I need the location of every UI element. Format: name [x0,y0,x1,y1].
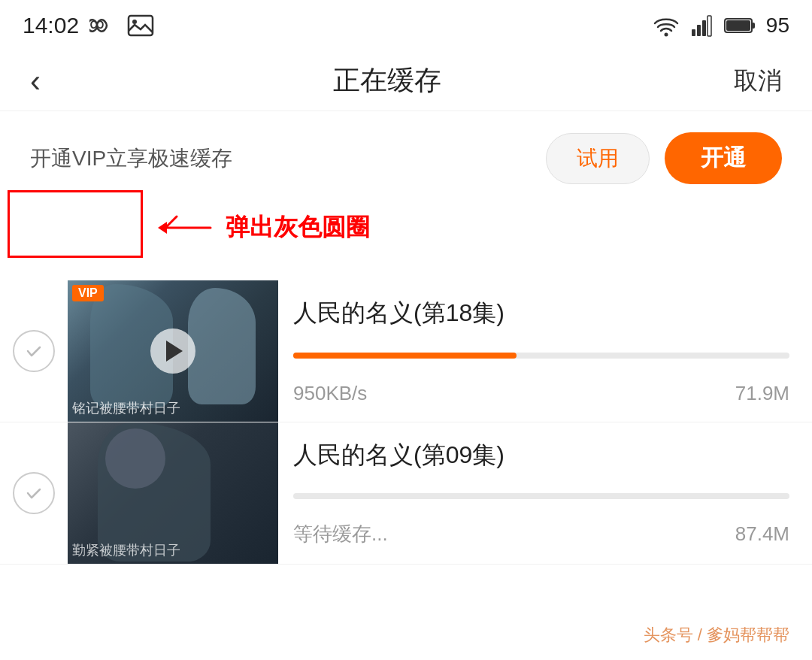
check-circle-1[interactable] [13,330,55,372]
vip-description: 开通VIP立享极速缓存 [30,144,232,173]
signal-icon [691,14,714,37]
download-item-2: 勤紧被腰带村日子 人民的名义(第09集) 等待缓存... 87.4M [0,422,812,565]
svg-marker-11 [158,222,167,234]
progress-bar-wrap-1 [293,353,789,359]
item-checkbox-1[interactable] [0,280,68,422]
download-speed-2: 等待缓存... [293,521,388,547]
battery-icon [724,17,756,35]
item-checkbox-2[interactable] [0,422,68,564]
file-size-2: 87.4M [735,522,789,546]
item-info-2: 人民的名义(第09集) 等待缓存... 87.4M [278,422,812,564]
infinity-icon: ∞ [89,16,120,35]
item-title-2: 人民的名义(第09集) [293,439,789,472]
download-list: VIP 铭记被腰带村日子 人民的名义(第18集) 950KB/s 71.9M [0,280,812,565]
svg-rect-4 [692,29,695,36]
svg-text:∞: ∞ [89,16,105,35]
svg-rect-7 [707,16,711,36]
svg-rect-1 [129,16,153,35]
vip-buttons: 试用 开通 [546,132,782,184]
watermark: 头条号 / 爹妈帮帮帮 [644,624,789,646]
item-meta-2: 等待缓存... 87.4M [293,521,789,547]
checkmark-icon-2 [23,483,44,504]
download-item: VIP 铭记被腰带村日子 人民的名义(第18集) 950KB/s 71.9M [0,280,812,422]
svg-rect-6 [702,20,706,36]
thumbnail-img-2: 勤紧被腰带村日子 [68,422,278,564]
status-icons: ∞ [89,14,154,37]
wifi-icon [652,14,680,37]
status-left: 14:02 ∞ [23,13,154,38]
vip-badge-1: VIP [72,285,104,301]
progress-bar-wrap-2 [293,493,789,499]
annotation-label: 弹出灰色圆圈 [150,205,370,250]
svg-point-2 [132,20,137,24]
page-title: 正在缓存 [333,62,441,99]
cancel-button[interactable]: 取消 [734,65,782,98]
thumb-caption-1: 铭记被腰带村日子 [72,399,274,417]
play-button-1[interactable] [150,328,195,374]
check-circle-2[interactable] [13,472,55,514]
download-speed-1: 950KB/s [293,382,367,405]
thumbnail-1: VIP 铭记被腰带村日子 [68,280,278,422]
annotation-text: 弹出灰色圆圈 [226,211,370,244]
annotation-area: 弹出灰色圆圈 [0,205,812,280]
battery-level: 95 [766,14,789,38]
open-vip-button[interactable]: 开通 [665,132,782,184]
progress-bar-fill-1 [293,353,517,359]
item-info-1: 人民的名义(第18集) 950KB/s 71.9M [278,280,812,422]
header: ‹ 正在缓存 取消 [0,51,812,111]
status-bar: 14:02 ∞ [0,0,812,51]
thumbnail-2: 勤紧被腰带村日子 [68,422,278,564]
item-title-1: 人民的名义(第18集) [293,297,789,330]
file-size-1: 71.9M [735,382,789,405]
gallery-icon [127,14,154,37]
thumb-caption-2: 勤紧被腰带村日子 [72,541,274,559]
svg-rect-9 [752,23,755,29]
annotation-box [8,190,143,258]
svg-point-3 [664,33,668,37]
svg-rect-5 [697,25,701,36]
item-meta-1: 950KB/s 71.9M [293,382,789,405]
trial-button[interactable]: 试用 [546,133,650,184]
svg-rect-10 [726,20,750,31]
annotation-arrow-icon [150,205,226,250]
checkmark-icon-1 [23,341,44,362]
thumbnail-img-1: VIP 铭记被腰带村日子 [68,280,278,422]
back-button[interactable]: ‹ [30,63,41,99]
status-right: 95 [652,14,789,38]
status-time: 14:02 [23,13,79,38]
